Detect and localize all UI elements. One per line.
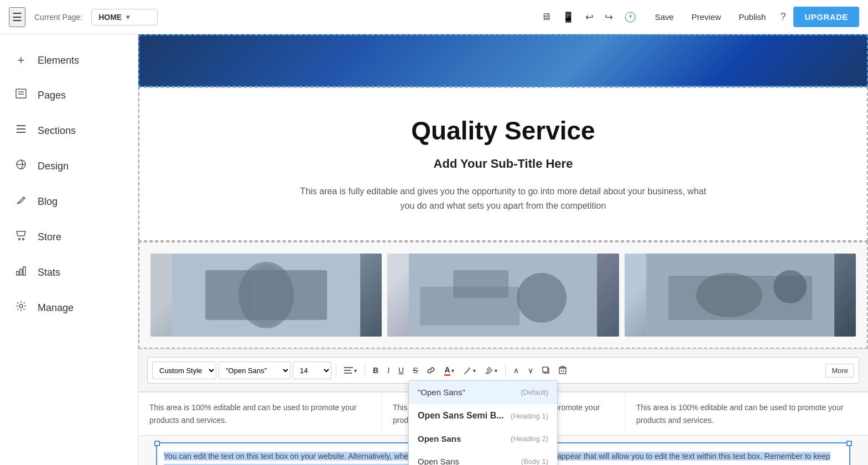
desktop-view-button[interactable]: 🖥 bbox=[538, 8, 554, 26]
quality-section[interactable]: Quality Service Add Your Sub-Title Here … bbox=[138, 87, 868, 241]
sidebar-item-stats[interactable]: Stats bbox=[0, 255, 138, 290]
text-col-3[interactable]: This area is 100% editable and can be us… bbox=[625, 392, 868, 435]
italic-button[interactable]: I bbox=[384, 362, 393, 379]
align-button[interactable]: ▾ bbox=[341, 362, 360, 379]
paint-button[interactable]: ▾ bbox=[481, 362, 501, 379]
font-option-h2-tag: (Heading 2) bbox=[511, 435, 548, 443]
blog-icon bbox=[13, 194, 29, 209]
canvas-area: Quality Service Add Your Sub-Title Here … bbox=[138, 34, 868, 465]
more-button[interactable]: More bbox=[825, 364, 854, 378]
font-option-heading1[interactable]: Open Sans Semi B... (Heading 1) bbox=[409, 404, 557, 427]
font-option-h1-tag: (Heading 1) bbox=[511, 412, 548, 420]
delete-button[interactable] bbox=[555, 362, 570, 379]
publish-button[interactable]: Publish bbox=[732, 9, 772, 25]
underline-button[interactable]: U bbox=[395, 362, 407, 379]
style-selector[interactable]: Custom Style bbox=[152, 361, 216, 379]
move-down-button[interactable]: ∨ bbox=[524, 362, 537, 379]
pages-icon bbox=[13, 87, 29, 103]
svg-rect-11 bbox=[17, 271, 19, 275]
toolbar: Custom Style "Open Sans" 14 ▾ B bbox=[147, 357, 859, 384]
sidebar-label-manage: Manage bbox=[38, 302, 74, 314]
upgrade-button[interactable]: UPGRADE bbox=[793, 7, 859, 27]
svg-line-8 bbox=[23, 197, 24, 198]
hamburger-button[interactable]: ☰ bbox=[9, 7, 25, 27]
mobile-view-button[interactable]: 📱 bbox=[559, 8, 578, 27]
help-button[interactable]: ? bbox=[777, 8, 789, 26]
text-color-button[interactable]: A ▾ bbox=[441, 362, 457, 379]
page-selector-arrow: ▾ bbox=[126, 13, 129, 21]
svg-point-21 bbox=[517, 273, 566, 323]
svg-point-26 bbox=[773, 270, 807, 303]
header: ☰ Current Page: HOME ▾ 🖥 📱 ↩ ↪ 🕐 Save Pr… bbox=[0, 0, 868, 34]
font-dropdown: "Open Sans" (Default) Open Sans Semi B..… bbox=[408, 380, 558, 465]
design-icon bbox=[13, 158, 29, 174]
font-option-h2-name: Open Sans bbox=[418, 434, 461, 443]
bold-button[interactable]: B bbox=[370, 362, 382, 379]
sidebar-label-design: Design bbox=[38, 161, 69, 172]
sidebar-label-store: Store bbox=[38, 231, 61, 243]
images-section bbox=[138, 241, 868, 349]
svg-rect-32 bbox=[559, 368, 566, 374]
quality-title: Quality Service bbox=[184, 116, 823, 146]
link-button[interactable] bbox=[423, 362, 439, 379]
preview-button[interactable]: Preview bbox=[685, 9, 727, 25]
redo-button[interactable]: ↪ bbox=[601, 8, 616, 27]
sidebar-label-sections: Sections bbox=[38, 125, 76, 137]
font-option-default-tag: (Default) bbox=[521, 388, 548, 396]
images-row bbox=[150, 254, 856, 337]
image-1[interactable] bbox=[150, 254, 382, 337]
svg-rect-22 bbox=[453, 270, 508, 298]
font-option-b1-tag: (Body 1) bbox=[521, 457, 548, 465]
font-option-heading2[interactable]: Open Sans (Heading 2) bbox=[409, 427, 557, 450]
sidebar-item-sections[interactable]: Sections bbox=[0, 113, 138, 148]
save-button[interactable]: Save bbox=[648, 9, 680, 25]
image-2[interactable] bbox=[387, 254, 618, 337]
font-option-h1-name: Open Sans Semi B... bbox=[418, 411, 504, 421]
svg-rect-13 bbox=[23, 267, 25, 275]
strikethrough-button[interactable]: S bbox=[409, 362, 421, 379]
manage-icon bbox=[13, 300, 29, 316]
history-button[interactable]: 🕐 bbox=[621, 8, 640, 27]
svg-point-25 bbox=[696, 273, 762, 317]
store-icon bbox=[13, 229, 29, 245]
svg-rect-31 bbox=[543, 367, 548, 372]
svg-rect-12 bbox=[20, 269, 22, 275]
quality-body: This area is fully editable and gives yo… bbox=[293, 184, 714, 213]
current-page-label: Current Page: bbox=[34, 13, 82, 22]
svg-point-14 bbox=[19, 304, 23, 308]
undo-button[interactable]: ↩ bbox=[582, 8, 597, 27]
sidebar-item-design[interactable]: Design bbox=[0, 148, 138, 184]
size-selector[interactable]: 14 bbox=[293, 361, 331, 379]
page-selector[interactable]: HOME ▾ bbox=[91, 9, 158, 25]
svg-point-10 bbox=[23, 239, 24, 240]
sidebar-item-store[interactable]: Store bbox=[0, 219, 138, 255]
sidebar-label-stats: Stats bbox=[38, 267, 60, 278]
svg-rect-0 bbox=[16, 89, 26, 98]
elements-icon: + bbox=[13, 53, 29, 68]
toolbar-divider-3 bbox=[505, 364, 506, 377]
font-selector[interactable]: "Open Sans" bbox=[219, 361, 290, 379]
page-name: HOME bbox=[98, 13, 122, 22]
svg-point-9 bbox=[19, 239, 20, 240]
copy-button[interactable] bbox=[539, 362, 553, 379]
sidebar-item-pages[interactable]: Pages bbox=[0, 78, 138, 113]
resize-handle-tr[interactable] bbox=[846, 441, 852, 446]
image-3[interactable] bbox=[625, 254, 856, 337]
hero-section[interactable] bbox=[138, 34, 868, 87]
sidebar-item-blog[interactable]: Blog bbox=[0, 184, 138, 219]
stats-icon bbox=[13, 265, 29, 280]
move-up-button[interactable]: ∧ bbox=[510, 362, 522, 379]
sections-icon bbox=[13, 123, 29, 138]
sidebar-item-manage[interactable]: Manage bbox=[0, 290, 138, 326]
text-col-1[interactable]: This area is 100% editable and can be us… bbox=[138, 392, 382, 435]
header-device-icons: 🖥 📱 ↩ ↪ 🕐 bbox=[538, 8, 640, 27]
quality-subtitle: Add Your Sub-Title Here bbox=[184, 157, 823, 171]
sidebar: + Elements Pages Sections Design Blog bbox=[0, 34, 138, 465]
resize-handle-tl[interactable] bbox=[154, 441, 160, 446]
font-option-default[interactable]: "Open Sans" (Default) bbox=[409, 381, 557, 404]
sidebar-item-elements[interactable]: + Elements bbox=[0, 43, 138, 78]
highlight-button[interactable]: ▾ bbox=[460, 362, 479, 379]
font-option-default-name: "Open Sans" bbox=[418, 388, 465, 397]
font-option-body1[interactable]: Open Sans (Body 1) bbox=[409, 450, 557, 465]
toolbar-divider-1 bbox=[336, 364, 336, 377]
